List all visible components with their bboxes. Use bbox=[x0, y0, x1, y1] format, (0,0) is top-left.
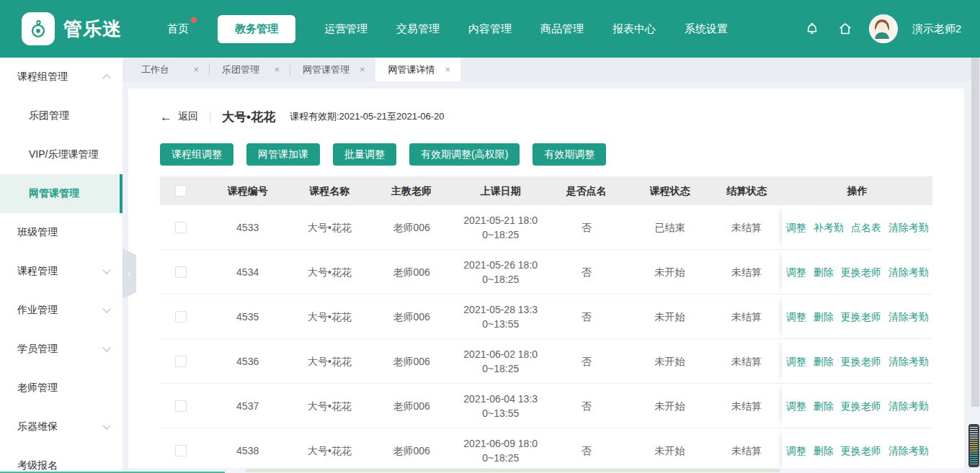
row-checkbox[interactable] bbox=[175, 311, 187, 323]
cell-class-date: 2021-05-28 13:30~13:55 bbox=[458, 294, 543, 338]
action-link-点名表[interactable]: 点名表 bbox=[851, 220, 881, 235]
avatar[interactable] bbox=[869, 14, 898, 43]
sidebar-item-课程组管理[interactable]: 课程组管理 bbox=[0, 58, 122, 96]
sidebar-item-班级管理[interactable]: 班级管理 bbox=[0, 213, 122, 252]
action-link-删除[interactable]: 删除 bbox=[814, 399, 834, 413]
tab-乐团管理[interactable]: 乐团管理× bbox=[209, 58, 290, 81]
topnav-item-交易管理[interactable]: 交易管理 bbox=[396, 22, 440, 36]
action-link-删除[interactable]: 删除 bbox=[814, 265, 834, 279]
action-link-清除考勤[interactable]: 清除考勤 bbox=[888, 265, 929, 279]
horizontal-scrollbar[interactable] bbox=[128, 468, 964, 473]
date-line: 0~18:25 bbox=[482, 272, 519, 287]
button-有效期调整(高权限)[interactable]: 有效期调整(高权限) bbox=[409, 143, 520, 166]
topnav-item-系统设置[interactable]: 系统设置 bbox=[685, 22, 728, 36]
row-checkbox-cell bbox=[160, 294, 201, 338]
chevron-down-icon bbox=[102, 305, 110, 312]
button-有效期调整[interactable]: 有效期调整 bbox=[533, 143, 606, 166]
username[interactable]: 演示老师2 bbox=[912, 22, 961, 36]
cell-course-id: 4538 bbox=[201, 428, 294, 472]
select-all-checkbox[interactable] bbox=[175, 185, 187, 197]
cell-course-id: 4535 bbox=[201, 294, 294, 338]
tab-close-icon[interactable]: × bbox=[193, 64, 199, 75]
row-checkbox-cell bbox=[160, 339, 201, 383]
topnav-item-内容管理[interactable]: 内容管理 bbox=[468, 22, 512, 36]
tab-网管课管理[interactable]: 网管课管理× bbox=[290, 58, 375, 81]
action-link-清除考勤[interactable]: 清除考勤 bbox=[888, 310, 929, 324]
topnav-item-运营管理[interactable]: 运营管理 bbox=[324, 22, 368, 36]
course-validity: 课程有效期:2021-05-21至2021-06-20 bbox=[290, 110, 445, 123]
sidebar-item-考级报名[interactable]: 考级报名 bbox=[0, 446, 122, 473]
sidebar-item-网管课管理[interactable]: 网管课管理 bbox=[0, 174, 122, 213]
sidebar-item-学员管理[interactable]: 学员管理 bbox=[0, 330, 122, 369]
cell-class-date: 2021-06-04 13:30~13:55 bbox=[458, 384, 543, 428]
tab-close-icon[interactable]: × bbox=[274, 64, 280, 75]
sidebar-item-label: 班级管理 bbox=[17, 226, 58, 239]
action-link-更换老师[interactable]: 更换老师 bbox=[841, 399, 881, 413]
action-link-调整[interactable]: 调整 bbox=[786, 310, 806, 324]
row-checkbox[interactable] bbox=[175, 356, 187, 367]
action-link-调整[interactable]: 调整 bbox=[786, 443, 806, 458]
sidebar-item-VIP/乐理课管理[interactable]: VIP/乐理课管理 bbox=[0, 135, 122, 174]
cell-status: 未开始 bbox=[629, 294, 711, 338]
button-批量调整[interactable]: 批量调整 bbox=[333, 143, 396, 166]
action-link-调整[interactable]: 调整 bbox=[786, 399, 806, 413]
cell-settlement: 未结算 bbox=[710, 384, 782, 428]
topnav-item-商品管理[interactable]: 商品管理 bbox=[540, 22, 584, 36]
cell-actions: 调整补考勤点名表清除考勤 bbox=[782, 205, 932, 249]
vertical-scrollbar[interactable] bbox=[971, 58, 979, 407]
sidebar-item-老师管理[interactable]: 老师管理 bbox=[0, 369, 122, 407]
topnav-item-报表中心[interactable]: 报表中心 bbox=[612, 22, 656, 36]
sidebar-item-label: 乐器维保 bbox=[17, 420, 58, 433]
header-cell-课程状态: 课程状态 bbox=[629, 184, 711, 198]
chevron-down-icon bbox=[102, 421, 110, 429]
row-checkbox[interactable] bbox=[175, 266, 187, 278]
tab-label: 网管课管理 bbox=[303, 63, 349, 76]
action-link-调整[interactable]: 调整 bbox=[786, 265, 806, 279]
action-link-更换老师[interactable]: 更换老师 bbox=[841, 443, 881, 458]
sidebar-item-作业管理[interactable]: 作业管理 bbox=[0, 291, 122, 330]
action-link-更换老师[interactable]: 更换老师 bbox=[841, 265, 881, 279]
action-link-调整[interactable]: 调整 bbox=[786, 220, 806, 235]
row-checkbox[interactable] bbox=[175, 400, 187, 412]
cell-teacher: 老师006 bbox=[365, 339, 458, 383]
tab-工作台[interactable]: 工作台× bbox=[128, 58, 209, 81]
action-link-清除考勤[interactable]: 清除考勤 bbox=[888, 443, 929, 458]
action-link-删除[interactable]: 删除 bbox=[814, 443, 834, 458]
tab-网管课详情[interactable]: 网管课详情× bbox=[375, 58, 461, 81]
notification-bell-icon[interactable] bbox=[803, 19, 821, 38]
action-link-更换老师[interactable]: 更换老师 bbox=[841, 310, 881, 324]
cell-rollcall: 否 bbox=[543, 205, 629, 249]
action-link-清除考勤[interactable]: 清除考勤 bbox=[888, 220, 929, 235]
minimap-widget[interactable] bbox=[968, 424, 979, 467]
sidebar-item-乐团管理[interactable]: 乐团管理 bbox=[0, 96, 122, 135]
row-checkbox[interactable] bbox=[175, 222, 187, 233]
action-link-更换老师[interactable]: 更换老师 bbox=[841, 354, 881, 369]
sidebar-item-label: 考级报名 bbox=[17, 459, 58, 472]
tab-close-icon[interactable]: × bbox=[360, 64, 365, 75]
tab-bar: 工作台×乐团管理×网管课管理×网管课详情× bbox=[122, 58, 980, 81]
cell-actions: 调整删除更换老师清除考勤 bbox=[782, 384, 932, 428]
action-link-删除[interactable]: 删除 bbox=[814, 310, 834, 324]
sidebar-item-label: 乐团管理 bbox=[29, 109, 69, 122]
row-checkbox[interactable] bbox=[175, 445, 187, 456]
back-button[interactable]: ← 返回 bbox=[160, 110, 198, 123]
tab-close-icon[interactable]: × bbox=[445, 64, 451, 75]
sidebar-item-课程管理[interactable]: 课程管理 bbox=[0, 252, 122, 291]
action-link-补考勤[interactable]: 补考勤 bbox=[814, 220, 844, 235]
button-网管课加课[interactable]: 网管课加课 bbox=[246, 143, 320, 166]
button-课程组调整[interactable]: 课程组调整 bbox=[160, 143, 233, 166]
home-icon[interactable] bbox=[836, 19, 855, 38]
action-link-调整[interactable]: 调整 bbox=[786, 354, 806, 369]
date-line: 0~18:25 bbox=[482, 451, 519, 465]
action-link-清除考勤[interactable]: 清除考勤 bbox=[888, 399, 929, 413]
brand[interactable]: 管乐迷 bbox=[0, 12, 156, 45]
action-link-删除[interactable]: 删除 bbox=[814, 354, 834, 369]
topnav-item-首页[interactable]: 首页 bbox=[167, 22, 189, 36]
action-link-清除考勤[interactable]: 清除考勤 bbox=[888, 354, 929, 369]
horizontal-scrollbar-thumb[interactable] bbox=[245, 469, 780, 472]
cell-class-date: 2021-06-09 18:00~18:25 bbox=[458, 428, 543, 472]
topnav-item-教务管理[interactable]: 教务管理 bbox=[218, 15, 295, 43]
cell-teacher: 老师006 bbox=[365, 250, 458, 294]
sidebar-item-乐器维保[interactable]: 乐器维保 bbox=[0, 407, 122, 446]
sidebar-collapse-handle[interactable]: ‹ bbox=[122, 248, 136, 299]
